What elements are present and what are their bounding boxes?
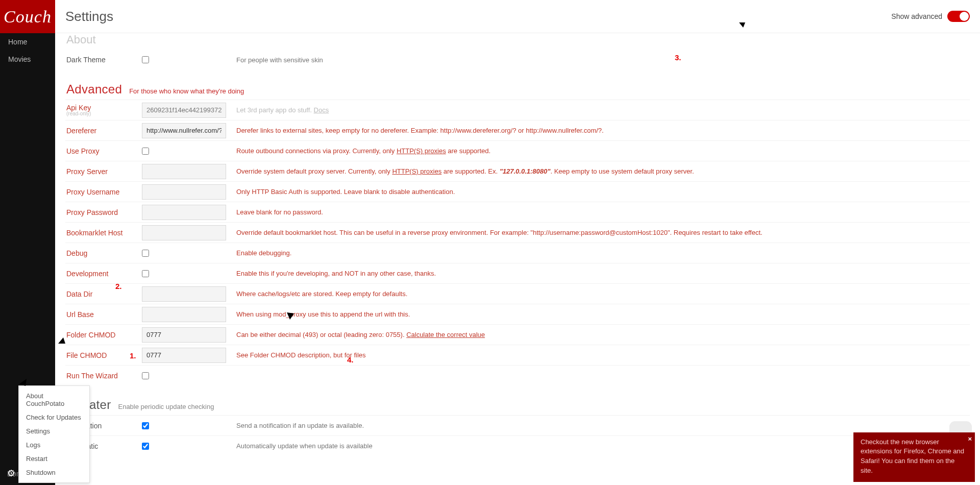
desc-data-dir: Where cache/logs/etc are stored. Keep em…: [236, 290, 970, 298]
desc-dereferer: Derefer links to external sites, keep em…: [236, 127, 970, 134]
label-use-proxy: Use Proxy: [65, 147, 142, 155]
label-development: Development: [65, 270, 142, 278]
row-dereferer: Dereferer Derefer links to external site…: [65, 120, 970, 140]
label-wizard: Run The Wizard: [65, 372, 142, 380]
notification-checkbox[interactable]: [142, 422, 149, 429]
settings-content[interactable]: About Dark Theme For people with sensiti…: [55, 33, 980, 485]
nav-home[interactable]: Home: [0, 33, 55, 51]
proxy-username-input[interactable]: [142, 184, 226, 200]
label-proxy-server: Proxy Server: [65, 167, 142, 176]
sidebar-footer: Don ⚙ About CouchPotato Check for Update…: [0, 465, 55, 485]
row-folder-chmod: Folder CHMOD Can be either decimal (493)…: [65, 324, 970, 345]
row-api-key: Api Key (read-only) Let 3rd party app do…: [65, 100, 970, 120]
label-api-key: Api Key (read-only): [65, 104, 142, 116]
folder-chmod-input[interactable]: [142, 327, 226, 343]
debug-checkbox[interactable]: [142, 250, 149, 257]
label-file-chmod: File CHMOD: [65, 351, 142, 359]
api-key-input[interactable]: [142, 103, 226, 118]
desc-debug: Enable debugging.: [236, 249, 970, 257]
row-wizard: Run The Wizard: [65, 365, 970, 385]
menu-settings[interactable]: Settings: [19, 424, 89, 438]
toggle-switch[interactable]: [947, 11, 970, 22]
label-dark-theme: Dark Theme: [65, 56, 142, 64]
file-chmod-input[interactable]: [142, 348, 226, 363]
data-dir-input[interactable]: [142, 286, 226, 302]
row-automatic: Automatic Automatically update when upda…: [65, 435, 970, 456]
automatic-checkbox[interactable]: [142, 443, 149, 450]
menu-shutdown[interactable]: Shutdown: [19, 466, 89, 479]
proxy-server-input[interactable]: [142, 164, 226, 179]
row-debug: Debug Enable debugging.: [65, 243, 970, 263]
close-icon[interactable]: ×: [968, 434, 972, 444]
label-proxy-username: Proxy Username: [65, 188, 142, 196]
use-proxy-checkbox[interactable]: [142, 148, 149, 155]
desc-proxy-password: Leave blank for no password.: [236, 208, 970, 216]
dereferer-input[interactable]: [142, 123, 226, 138]
show-advanced-toggle[interactable]: Show advanced: [891, 11, 970, 22]
desc-url-base: When using mod_proxy use this to append …: [236, 310, 970, 318]
section-updater-sub: Enable periodic update checking: [118, 403, 214, 410]
row-proxy-username: Proxy Username Only HTTP Basic Auth is s…: [65, 181, 970, 202]
header: Settings Show advanced: [55, 0, 980, 33]
desc-use-proxy: Route outbound connections via proxy. Cu…: [236, 147, 970, 155]
bookmarklet-input[interactable]: [142, 225, 226, 240]
menu-check-updates[interactable]: Check for Updates: [19, 410, 89, 424]
desc-dark-theme: For people with sensitive skin: [236, 56, 970, 64]
label-debug: Debug: [65, 249, 142, 257]
desc-development: Enable this if you're developing, and NO…: [236, 270, 970, 277]
page-title: Settings: [65, 9, 113, 25]
label-dereferer: Dereferer: [65, 127, 142, 135]
row-development: Development Enable this if you're develo…: [65, 263, 970, 283]
section-about-partial: About: [66, 33, 970, 46]
label-bookmarklet: Bookmarklet Host: [65, 229, 142, 237]
row-use-proxy: Use Proxy Route outbound connections via…: [65, 140, 970, 161]
row-notification: Notification Send a notification if an u…: [65, 415, 970, 435]
gear-menu: About CouchPotato Check for Updates Sett…: [18, 385, 90, 483]
section-updater: Updater Enable periodic update checking: [65, 385, 970, 415]
row-data-dir: Data Dir Where cache/logs/etc are stored…: [65, 283, 970, 304]
docs-link[interactable]: Docs: [314, 106, 329, 114]
url-base-input[interactable]: [142, 307, 226, 322]
menu-about[interactable]: About CouchPotato: [19, 389, 89, 410]
section-advanced-title: Advanced: [66, 82, 122, 96]
chmod-calc-link[interactable]: Calculate the correct value: [406, 331, 485, 338]
desc-proxy-server: Override system default proxy server. Cu…: [236, 167, 970, 175]
row-file-chmod: File CHMOD See Folder CHMOD description,…: [65, 345, 970, 365]
label-url-base: Url Base: [65, 310, 142, 319]
browser-extension-notice[interactable]: × Checkout the new browser extensions fo…: [853, 432, 975, 482]
sidebar: Couch Home Movies Don ⚙ About CouchPotat…: [0, 0, 55, 485]
show-advanced-label: Show advanced: [891, 12, 942, 20]
menu-restart[interactable]: Restart: [19, 452, 89, 466]
label-data-dir: Data Dir: [65, 290, 142, 298]
wizard-checkbox[interactable]: [142, 372, 149, 379]
menu-logs[interactable]: Logs: [19, 438, 89, 452]
development-checkbox[interactable]: [142, 270, 149, 277]
row-url-base: Url Base When using mod_proxy use this t…: [65, 304, 970, 324]
row-dark-theme: Dark Theme For people with sensitive ski…: [65, 50, 970, 70]
label-folder-chmod: Folder CHMOD: [65, 331, 142, 339]
app-logo: Couch: [0, 0, 55, 33]
desc-notification: Send a notification if an update is avai…: [236, 422, 970, 429]
proxy-link-1[interactable]: HTTP(S) proxies: [397, 147, 446, 155]
proxy-password-input[interactable]: [142, 205, 226, 220]
notice-text: Checkout the new browser extensions for …: [861, 438, 964, 475]
desc-bookmarklet: Override default bookmarklet host. This …: [236, 229, 970, 236]
desc-file-chmod: See Folder CHMOD description, but for fi…: [236, 351, 970, 359]
desc-proxy-username: Only HTTP Basic Auth is supported. Leave…: [236, 188, 970, 196]
section-advanced: Advanced For those who know what they're…: [65, 70, 970, 100]
row-proxy-server: Proxy Server Override system default pro…: [65, 161, 970, 181]
proxy-link-2[interactable]: HTTP(S) proxies: [392, 167, 442, 175]
desc-folder-chmod: Can be either decimal (493) or octal (le…: [236, 331, 970, 338]
dark-theme-checkbox[interactable]: [142, 56, 149, 63]
nav-movies[interactable]: Movies: [0, 51, 55, 68]
label-proxy-password: Proxy Password: [65, 208, 142, 216]
desc-api-key: Let 3rd party app do stuff. Docs: [236, 106, 970, 114]
row-proxy-password: Proxy Password Leave blank for no passwo…: [65, 202, 970, 222]
row-bookmarklet: Bookmarklet Host Override default bookma…: [65, 222, 970, 243]
section-advanced-sub: For those who know what they're doing: [129, 87, 244, 95]
gear-icon[interactable]: ⚙: [7, 468, 15, 479]
notice-toggle[interactable]: [949, 421, 972, 432]
nav: Home Movies: [0, 33, 55, 68]
